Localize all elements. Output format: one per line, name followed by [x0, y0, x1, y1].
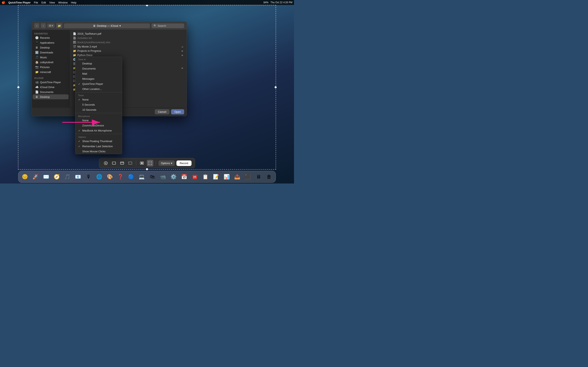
dock-safari[interactable]: 🧭 — [52, 172, 62, 182]
save-to-documents[interactable]: Documents — [75, 66, 122, 71]
screenshot-screen-button[interactable] — [139, 160, 145, 166]
dock-excel[interactable]: 📊 — [222, 172, 232, 182]
record-button[interactable]: Record — [176, 160, 191, 166]
sidebar-item-documents[interactable]: 📄 Documents — [33, 90, 69, 94]
open-button[interactable]: Open — [171, 109, 184, 114]
search-bar[interactable]: 🔍 Search — [151, 24, 184, 28]
mic-none[interactable]: None — [75, 118, 122, 123]
menu-help[interactable]: Help — [71, 1, 76, 4]
save-to-other[interactable]: Other Location... — [75, 86, 122, 92]
mic-none-label: None — [82, 119, 89, 122]
record-selection-button[interactable] — [127, 160, 134, 166]
sidebar-item-home[interactable]: 🏠 colbyluttrell — [33, 60, 69, 65]
opt-mouse-clicks[interactable]: Show Mouse Clicks — [75, 149, 122, 154]
dock-trash[interactable]: 🗑 — [264, 172, 274, 182]
svg-point-10 — [141, 162, 143, 164]
apple-menu[interactable]: 🍎 — [2, 1, 5, 4]
icloud-drive-icon: ☁️ — [35, 85, 38, 89]
pictures-icon: 📷 — [35, 66, 38, 69]
folder-button[interactable]: 📁 — [56, 23, 62, 28]
sidebar-item-desktop[interactable]: 🖥 Desktop — [33, 45, 69, 50]
file-item[interactable]: 🎬 My Movie 2.mp4 ☁ — [71, 44, 185, 49]
dock-trello[interactable]: 📋 — [200, 172, 210, 182]
microphone-label: Microphone — [75, 114, 122, 118]
file-item[interactable]: 📁 Projects in Progress ▶ — [71, 49, 185, 53]
svg-rect-6 — [121, 162, 124, 164]
dock-zoom[interactable]: 📹 — [158, 172, 168, 182]
back-button[interactable]: ‹ — [34, 23, 39, 28]
dock-outlook[interactable]: 📧 — [73, 172, 83, 182]
close-button[interactable] — [103, 160, 109, 166]
menu-view[interactable]: View — [49, 1, 55, 4]
handle-bottom[interactable] — [146, 168, 148, 170]
options-label: Options — [75, 134, 122, 139]
mic-macbook[interactable]: MacBook Air Microphone — [75, 128, 122, 133]
dock-settings[interactable]: ⚙️ — [169, 172, 178, 182]
file-item[interactable]: 📊 Book1(AutoRecovered).xlsx — [71, 40, 185, 44]
dock-app-store[interactable]: 🛍 — [147, 172, 157, 182]
timer-none[interactable]: None — [75, 97, 122, 102]
downloads-icon: ⬇️ — [35, 51, 38, 54]
sidebar-item-recents[interactable]: 🕐 Recents — [33, 35, 69, 40]
dock-launchpad[interactable]: 🚀 — [31, 172, 40, 182]
save-to-messages[interactable]: Messages — [75, 76, 122, 81]
file-item[interactable]: 📄 2019_TaxReturn.pdf — [71, 32, 185, 36]
opt-floating-thumbnail[interactable]: Show Floating Thumbnail — [75, 139, 122, 144]
dock-unknown2[interactable]: 📤 — [232, 172, 242, 182]
app-name[interactable]: QuickTime Player — [8, 1, 31, 4]
dock-word[interactable]: 📝 — [211, 172, 221, 182]
sidebar-item-downloads[interactable]: ⬇️ Downloads — [33, 50, 69, 55]
timer-5s[interactable]: 5 Seconds — [75, 102, 122, 107]
file-icon: 🎬 — [73, 45, 76, 48]
menubar-right: 84% Thu Oct 22 4:26 PM — [264, 1, 292, 4]
dock-calendar[interactable]: 📅 — [179, 172, 189, 182]
sidebar-item-desktop-icloud[interactable]: 🖥 Desktop — [33, 94, 69, 99]
handle-left[interactable] — [17, 86, 19, 88]
sidebar-item-quicktime[interactable]: 📹 QuickTime Player — [33, 80, 69, 85]
dock-music[interactable]: 🎵 — [62, 172, 72, 182]
file-name: Activities list — [77, 36, 92, 40]
dock-adobe[interactable]: 🎨 — [105, 172, 115, 182]
dock-help[interactable]: ❓ — [116, 172, 125, 182]
menu-file[interactable]: File — [34, 1, 38, 4]
desktop: 🍎 QuickTime Player File Edit View Window… — [0, 0, 294, 184]
sidebar-item-music[interactable]: 🎵 Music — [33, 55, 69, 60]
minecraft-icon: 📁 — [35, 70, 38, 74]
view-toggle[interactable]: ⊞ ▾ — [47, 24, 54, 28]
save-to-mail[interactable]: Mail — [75, 71, 122, 76]
location-bar[interactable]: 🖥 Desktop — iCloud ▾ — [64, 24, 150, 28]
timer-10s[interactable]: 10 Seconds — [75, 107, 122, 112]
dock-skype[interactable]: ☎️ — [190, 172, 200, 182]
mic-zoom[interactable]: ZoomAudioDevice — [75, 123, 122, 128]
favorites-label: Favorites — [32, 32, 69, 35]
file-item[interactable]: 📄 Activities list — [71, 36, 185, 40]
menu-window[interactable]: Window — [58, 1, 68, 4]
file-icon: 📄 — [73, 32, 76, 35]
dock-podcasts[interactable]: 🎙 — [84, 172, 94, 182]
divider-3 — [75, 134, 122, 134]
dock-chrome[interactable]: 🌐 — [94, 172, 104, 182]
sidebar-item-applications[interactable]: 📱 Applications — [33, 40, 69, 45]
cancel-button[interactable]: Cancel — [155, 109, 169, 114]
screenshot-selection-button[interactable] — [147, 160, 153, 166]
options-button[interactable]: Options ▾ — [158, 160, 175, 166]
record-screen-button[interactable] — [111, 160, 117, 166]
save-to-quicktime[interactable]: QuickTime Player — [75, 81, 122, 86]
dock-unknown[interactable]: 🔵 — [126, 172, 136, 182]
opt-remember-selection[interactable]: Remember Last Selection — [75, 144, 122, 149]
sidebar-item-minecraft[interactable]: 📁 minecraft — [33, 69, 69, 75]
sidebar-item-pictures[interactable]: 📷 Pictures — [33, 65, 69, 69]
opt-remember-selection-label: Remember Last Selection — [82, 145, 113, 148]
dock-vscode[interactable]: 💻 — [137, 172, 147, 182]
menu-edit[interactable]: Edit — [42, 1, 46, 4]
location-dropdown-icon[interactable]: ▾ — [120, 24, 121, 27]
dock-terminal[interactable]: 🖥 — [254, 172, 263, 182]
dock-unknown3[interactable]: ⬛ — [243, 172, 253, 182]
forward-button[interactable]: › — [41, 23, 46, 28]
record-window-button[interactable] — [119, 160, 125, 166]
dock-finder[interactable]: 😊 — [20, 172, 30, 182]
save-to-desktop[interactable]: Desktop — [75, 61, 122, 66]
sidebar-item-icloud[interactable]: ☁️ iCloud Drive — [33, 85, 69, 90]
handle-right[interactable] — [275, 86, 277, 88]
dock-mail[interactable]: ✉️ — [41, 172, 51, 182]
